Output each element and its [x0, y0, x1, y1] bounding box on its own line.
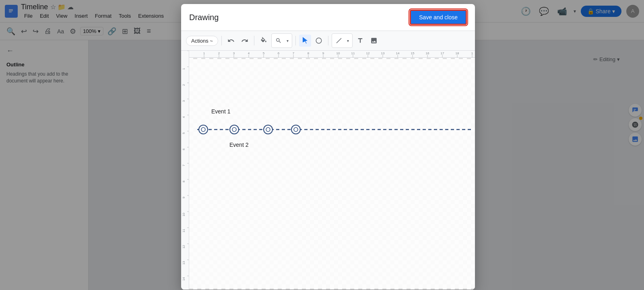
- drawing-dialog: Drawing Save and close Actions ~ ▾: [181, 4, 475, 290]
- svg-text:1: 1: [203, 51, 205, 55]
- svg-text:11: 11: [182, 228, 186, 232]
- svg-text:13: 13: [381, 51, 385, 55]
- dialog-title: Drawing: [189, 13, 219, 22]
- save-close-button[interactable]: Save and close: [410, 10, 467, 25]
- svg-text:2: 2: [218, 51, 220, 55]
- svg-text:9: 9: [322, 51, 324, 55]
- actions-label: Actions ~: [191, 38, 213, 44]
- event1-text: Event 1: [211, 108, 231, 115]
- svg-text:7: 7: [293, 51, 295, 55]
- dialog-canvas-inner: 1 2 3 4 5 6 7 8 9: [189, 51, 475, 290]
- canvas-ruler-horizontal: 1 2 3 4 5 6 7 8 9: [189, 51, 475, 58]
- svg-text:1: 1: [182, 68, 186, 70]
- line-tool-group: ▾: [332, 33, 353, 48]
- toolbar-separator-2: [254, 36, 254, 45]
- actions-dropdown[interactable]: Actions ~: [186, 36, 218, 46]
- svg-text:8: 8: [308, 51, 310, 55]
- svg-point-4: [316, 38, 322, 43]
- svg-text:8: 8: [182, 180, 186, 182]
- drawing-toolbar: Actions ~ ▾ ▾: [181, 31, 475, 51]
- svg-text:9: 9: [182, 196, 186, 198]
- svg-text:16: 16: [426, 51, 429, 55]
- svg-text:6: 6: [278, 51, 280, 55]
- redo-draw-button[interactable]: [239, 35, 251, 47]
- svg-text:5: 5: [263, 51, 265, 55]
- svg-text:14: 14: [396, 51, 400, 55]
- svg-text:12: 12: [182, 245, 186, 248]
- svg-text:10: 10: [182, 212, 186, 216]
- toolbar-separator-4: [328, 36, 328, 45]
- image-draw-button[interactable]: [368, 35, 380, 47]
- svg-point-86: [266, 128, 270, 132]
- svg-text:7: 7: [182, 164, 186, 166]
- svg-text:12: 12: [366, 51, 370, 55]
- svg-text:3: 3: [182, 100, 186, 102]
- shapes-draw-button[interactable]: [313, 35, 325, 47]
- dialog-canvas-wrapper: 1 2 3 4 5 6 7 8 9 10 11 12 13 14: [181, 51, 475, 290]
- line-dropdown-draw-button[interactable]: ▾: [345, 35, 351, 47]
- svg-text:14: 14: [182, 277, 186, 280]
- dialog-header: Drawing Save and close: [181, 4, 475, 31]
- svg-rect-79: [189, 59, 475, 288]
- svg-text:17: 17: [441, 51, 444, 55]
- svg-point-82: [201, 128, 205, 132]
- svg-text:10: 10: [336, 51, 340, 55]
- toolbar-separator-1: [221, 36, 222, 45]
- svg-text:1: 1: [471, 51, 473, 55]
- svg-text:13: 13: [182, 261, 186, 264]
- toolbar-separator-3: [295, 36, 296, 45]
- svg-text:4: 4: [182, 116, 186, 118]
- select-draw-button[interactable]: [299, 35, 311, 47]
- line-draw-button[interactable]: [333, 35, 345, 47]
- svg-point-84: [232, 128, 236, 132]
- undo-draw-button[interactable]: [225, 35, 237, 47]
- svg-point-88: [294, 128, 298, 132]
- canvas-drawing-area[interactable]: Event 1 Event 2: [189, 58, 475, 290]
- svg-line-5: [336, 38, 341, 43]
- text-draw-button[interactable]: [354, 35, 366, 47]
- svg-text:6: 6: [182, 148, 186, 150]
- svg-text:3: 3: [233, 51, 235, 55]
- svg-text:11: 11: [351, 51, 355, 55]
- svg-text:5: 5: [182, 132, 186, 134]
- event2-text: Event 2: [229, 142, 249, 148]
- paint-draw-button[interactable]: [258, 35, 270, 47]
- zoom-draw-button[interactable]: [272, 35, 285, 47]
- svg-text:2: 2: [182, 84, 186, 86]
- svg-text:4: 4: [248, 51, 250, 55]
- svg-text:18: 18: [456, 51, 459, 55]
- zoom-dropdown-draw-button[interactable]: ▾: [285, 35, 291, 47]
- canvas-ruler-vertical: 1 2 3 4 5 6 7 8 9 10 11 12 13 14: [181, 51, 189, 290]
- svg-text:15: 15: [411, 51, 415, 55]
- zoom-tool-group: ▾: [271, 33, 292, 48]
